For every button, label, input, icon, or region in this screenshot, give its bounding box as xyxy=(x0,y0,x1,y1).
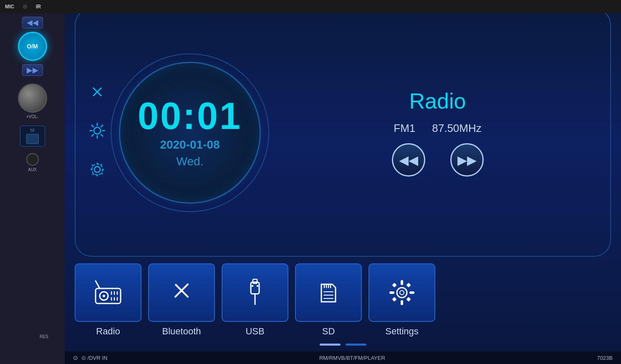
svg-line-8 xyxy=(92,134,93,136)
svg-point-34 xyxy=(400,291,404,295)
svg-rect-37 xyxy=(389,291,394,294)
app-item-radio[interactable]: Radio xyxy=(75,263,141,337)
sd-app-icon xyxy=(314,276,343,309)
radio-panel: Radio FM1 87.50MHz ◀◀ ▶▶ xyxy=(269,88,598,177)
app-icon-box-usb xyxy=(222,263,288,322)
app-label-sd: SD xyxy=(322,326,335,337)
svg-line-20 xyxy=(96,281,100,288)
side-icons xyxy=(88,83,106,182)
radio-band: FM1 xyxy=(394,122,415,135)
bottom-right: 7023B xyxy=(597,355,613,361)
prev-button[interactable]: ◀◀ xyxy=(22,17,43,28)
app-label-settings: Settings xyxy=(385,326,419,337)
svg-point-33 xyxy=(397,288,407,298)
app-item-bluetooth[interactable]: Bluetooth xyxy=(148,263,215,337)
app-grid: Radio Bluetooth xyxy=(75,263,611,339)
svg-rect-35 xyxy=(401,280,403,285)
radio-controls: ◀◀ ▶▶ xyxy=(392,143,484,177)
svg-point-0 xyxy=(94,127,101,134)
svg-line-7 xyxy=(101,125,103,127)
bluetooth-side-icon[interactable] xyxy=(88,83,106,105)
svg-line-5 xyxy=(92,125,93,127)
top-bar: MIC IR xyxy=(0,0,621,13)
radio-frequency: 87.50MHz xyxy=(432,122,482,135)
page-dot-1[interactable] xyxy=(320,344,341,346)
bottom-left: ⊙ ⊙ /DVR IN xyxy=(73,354,107,361)
app-item-usb[interactable]: USB xyxy=(222,263,288,337)
app-icon-box-sd xyxy=(295,263,362,322)
aux-area: AUX xyxy=(26,153,39,172)
tf-label: TF xyxy=(30,129,35,133)
app-label-usb: USB xyxy=(245,326,264,337)
ir-label: IR xyxy=(36,4,41,10)
svg-point-10 xyxy=(92,164,103,175)
svg-rect-39 xyxy=(392,283,396,287)
radio-app-icon xyxy=(91,276,125,309)
page-dot-2[interactable] xyxy=(346,344,366,346)
app-label-bluetooth: Bluetooth xyxy=(162,326,201,337)
bottom-bar: ⊙ ⊙ /DVR IN RM/RMVB/BT/FM/PLAYER 7023B xyxy=(65,351,621,364)
app-icon-box-settings xyxy=(369,263,435,322)
camera-icon: ⊙ xyxy=(73,354,78,361)
settings-app-icon xyxy=(385,276,419,309)
svg-rect-36 xyxy=(401,300,403,305)
svg-line-6 xyxy=(101,134,103,136)
settings-side-icon[interactable] xyxy=(88,160,106,182)
tf-slot: TF xyxy=(20,126,45,147)
svg-rect-41 xyxy=(392,297,396,301)
next-button[interactable]: ▶▶ xyxy=(22,64,43,76)
svg-rect-42 xyxy=(406,297,411,301)
vol-label: +VOL- xyxy=(26,114,38,119)
dvr-label: ⊙ /DVR IN xyxy=(81,355,107,361)
svg-point-9 xyxy=(94,167,100,172)
bottom-center: RM/RMVB/BT/FM/PLAYER xyxy=(319,355,385,361)
usb-app-icon xyxy=(240,276,270,309)
app-icon-box-bluetooth xyxy=(148,263,215,322)
vol-label-row: +VOL- xyxy=(26,114,38,119)
mic-sensor xyxy=(23,4,28,9)
clock-circle-outer: 00:01 2020-01-08 Wed. xyxy=(111,53,269,212)
svg-point-13 xyxy=(103,295,105,297)
fast-forward-button[interactable]: ▶▶ xyxy=(450,143,484,177)
volume-knob[interactable] xyxy=(18,83,47,113)
res-label[interactable]: RES xyxy=(40,334,48,339)
radio-title: Radio xyxy=(409,88,466,114)
app-label-radio: Radio xyxy=(96,326,120,337)
svg-rect-40 xyxy=(406,283,411,287)
app-item-sd[interactable]: SD xyxy=(295,263,362,337)
power-button[interactable]: O/M xyxy=(18,32,47,61)
clock-time: 00:01 xyxy=(138,97,242,135)
radio-freq-row: FM1 87.50MHz xyxy=(394,122,482,135)
svg-rect-25 xyxy=(257,285,258,287)
device-bezel: MIC IR ◀◀ O/M ▶▶ +VOL- TF AUX RES xyxy=(0,0,621,364)
clock-date: 2020-01-08 xyxy=(160,138,220,152)
page-dots xyxy=(75,344,611,346)
clock-circle-container: 00:01 2020-01-08 Wed. xyxy=(119,62,261,204)
mic-label: MIC xyxy=(5,4,14,10)
svg-rect-24 xyxy=(252,285,253,287)
clock-circle: 00:01 2020-01-08 Wed. xyxy=(119,62,261,204)
brightness-side-icon[interactable] xyxy=(88,121,106,144)
rewind-button[interactable]: ◀◀ xyxy=(392,143,425,177)
aux-port[interactable] xyxy=(26,153,39,166)
svg-rect-38 xyxy=(409,291,414,294)
top-container: 00:01 2020-01-08 Wed. Radio FM1 87.50MHz… xyxy=(75,8,611,257)
app-icon-box-radio xyxy=(75,263,141,322)
main-screen: 00:01 2020-01-08 Wed. Radio FM1 87.50MHz… xyxy=(65,0,621,351)
aux-label: AUX xyxy=(28,167,37,172)
bluetooth-app-icon xyxy=(167,276,196,309)
left-panel: ◀◀ O/M ▶▶ +VOL- TF AUX RES xyxy=(0,0,65,364)
clock-day: Wed. xyxy=(177,155,204,168)
app-item-settings[interactable]: Settings xyxy=(369,263,435,337)
